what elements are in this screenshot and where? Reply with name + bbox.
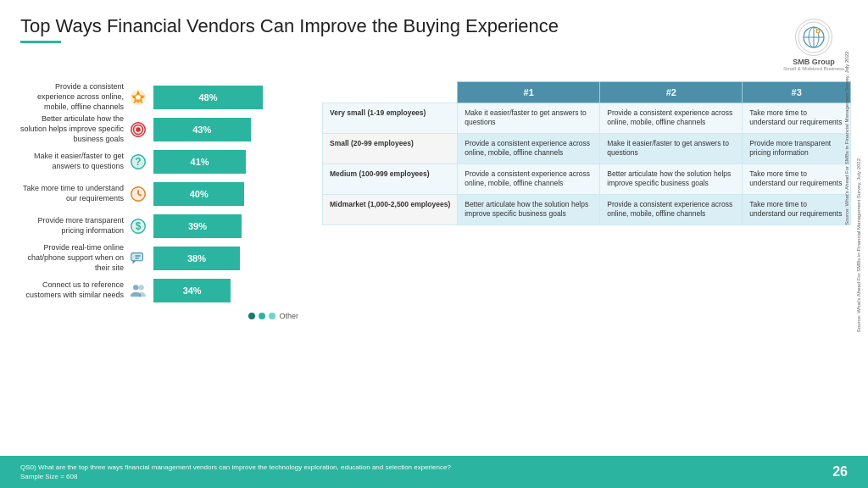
other-row: Other [17,312,305,320]
bar-icon-3 [128,184,148,204]
bar-label-text-0: Provide a consistent experience across o… [17,82,124,112]
bar-rows-container: Provide a consistent experience across o… [17,81,305,307]
bar-label-area-0: Provide a consistent experience across o… [17,82,148,112]
footer-sample: Sample Size = 608 [20,472,451,481]
footer: QS0) What are the top three ways financi… [0,456,868,488]
svg-point-8 [136,95,141,100]
rank1-cell-0: Make it easier/faster to get answers to … [458,103,600,134]
rotated-source-outer: Source: What's Ahead For SMBs in Financi… [856,68,861,424]
bar-row-3: Take more time to understand our require… [17,178,305,210]
bar-icon-6 [128,280,148,301]
dot-2 [259,313,265,319]
smb-logo-icon [798,21,830,53]
table-row-3: Midmarket (1,000-2,500 employees) Better… [323,194,851,225]
bar-label-area-3: Take more time to understand our require… [17,184,148,204]
rank1-cell-2: Provide a consistent experience across o… [458,164,600,194]
bar-label-area-1: Better articulate how the solution helps… [17,114,148,144]
bar-pct-3: 40% [185,189,214,199]
bar-fill-6: 34% [153,279,231,302]
col-header-3: #3 [743,82,851,103]
bar-wrap-6: 34% [153,279,305,302]
segment-cell-0: Very small (1-19 employees) [323,103,458,134]
bar-label-area-4: Provide more transparent pricing informa… [17,216,148,236]
bar-fill-3: 40% [153,182,244,206]
bar-fill-1: 43% [153,118,251,141]
bar-row-0: Provide a consistent experience across o… [17,81,305,114]
bar-pct-2: 41% [186,157,214,167]
bar-wrap-0: 48% [153,86,305,109]
header: Top Ways Financial Vendors Can Improve t… [0,0,868,78]
bar-row-2: Make it easier/faster to get answers to … [17,146,305,178]
svg-text:$: $ [136,220,142,232]
bar-wrap-5: 38% [153,247,305,270]
source-text: Source: What's Ahead For SMBs in Financi… [844,81,849,225]
svg-point-32 [138,285,143,290]
bar-pct-6: 34% [178,286,207,296]
logo-sub-text: Small & Midsized Business [783,66,844,71]
bar-icon-2: ? [128,152,148,172]
footer-left: QS0) What are the top three ways financi… [20,463,451,481]
bar-label-area-6: Connect us to reference customers with s… [17,280,148,301]
bar-fill-5: 38% [153,247,240,270]
bar-wrap-4: 39% [153,214,305,238]
bar-icon-5 [128,248,148,269]
bar-wrap-2: 41% [153,150,305,174]
col-header-segment [323,82,458,103]
logo-area: SMB Group Small & Midsized Business [780,19,848,71]
svg-point-16 [136,127,141,132]
page-title: Top Ways Financial Vendors Can Improve t… [20,15,780,37]
bar-label-text-6: Connect us to reference customers with s… [17,280,124,300]
bar-label-text-5: Provide real-time online chat/phone supp… [17,243,124,273]
bar-fill-4: 39% [153,214,242,238]
content-area: Provide a consistent experience across o… [0,78,868,456]
table-section: #1 #2 #3 Very small (1-19 employees) Mak… [322,81,851,456]
rank1-cell-1: Provide a consistent experience across o… [458,133,600,164]
logo-circle [795,19,832,56]
rank3-cell-3: Take more time to understand our require… [743,194,851,225]
table-body: Very small (1-19 employees) Make it easi… [323,103,851,225]
bar-icon-1 [128,119,148,140]
table-wrapper: #1 #2 #3 Very small (1-19 employees) Mak… [322,81,851,225]
col-header-2: #2 [600,82,743,103]
chart-section: Provide a consistent experience across o… [17,81,305,456]
footer-page-number: 26 [832,464,848,480]
bar-label-text-2: Make it easier/faster to get answers to … [17,152,124,171]
bar-wrap-3: 40% [153,182,305,206]
bar-label-text-4: Provide more transparent pricing informa… [17,216,124,236]
rank2-cell-3: Provide a consistent experience across o… [600,194,743,225]
rank1-cell-3: Better articulate how the solution helps… [458,194,600,225]
bar-fill-0: 48% [153,86,263,109]
svg-rect-29 [135,255,140,256]
bar-fill-2: 41% [153,150,246,174]
rank3-cell-1: Provide more transparent pricing informa… [743,133,851,164]
ranking-table: #1 #2 #3 Very small (1-19 employees) Mak… [322,81,851,225]
bar-label-text-1: Better articulate how the solution helps… [17,114,124,144]
dot-3 [269,313,275,319]
svg-rect-27 [131,253,143,261]
other-label: Other [279,312,298,320]
bar-pct-0: 48% [193,92,222,103]
table-row-1: Small (20-99 employees) Provide a consis… [323,133,851,164]
segment-cell-2: Medium (100-999 employees) [323,164,458,194]
segment-cell-3: Midmarket (1,000-2,500 employees) [323,194,458,225]
dot-1 [248,313,255,319]
title-block: Top Ways Financial Vendors Can Improve t… [20,15,780,43]
rank3-cell-0: Take more time to understand our require… [743,103,851,134]
col-header-1: #1 [458,82,600,103]
svg-point-6 [817,30,819,32]
bar-label-text-3: Take more time to understand our require… [17,184,124,203]
table-row-0: Very small (1-19 employees) Make it easi… [323,103,851,134]
svg-marker-28 [133,261,136,264]
bar-pct-4: 39% [183,221,212,231]
main-container: Top Ways Financial Vendors Can Improve t… [0,0,868,488]
bar-row-1: Better articulate how the solution helps… [17,114,305,146]
bar-icon-0 [128,87,148,108]
logo-name: SMB Group [793,58,835,66]
source-rotated: Source: What's Ahead For SMBs in Financi… [856,158,861,332]
title-underline [20,41,61,43]
rank2-cell-1: Make it easier/faster to get answers to … [600,133,743,164]
bar-row-5: Provide real-time online chat/phone supp… [17,242,305,274]
bar-pct-1: 43% [187,125,216,135]
bar-label-area-2: Make it easier/faster to get answers to … [17,152,148,172]
svg-rect-30 [135,258,139,258]
